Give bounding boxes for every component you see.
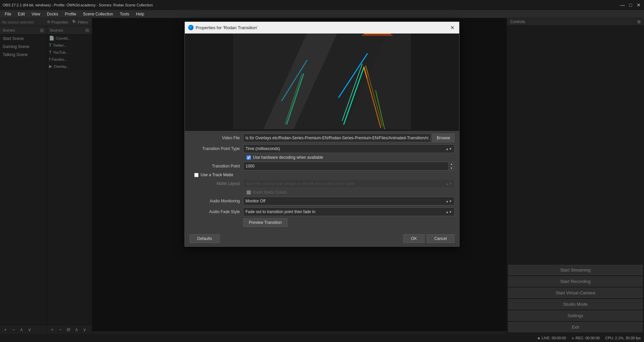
spinner-up-button[interactable]: ▲ [449, 162, 454, 166]
video-canvas [233, 34, 411, 129]
transition-point-label: Transition Point [190, 164, 243, 168]
preview-transition-row: Preview Transition [190, 218, 454, 227]
modal-close-button[interactable]: ✕ [448, 24, 456, 31]
footer-right-buttons: OK Cancel [403, 234, 454, 243]
menu-docks[interactable]: Docks [44, 11, 61, 17]
properties-modal: Properties for 'Rodan Transition' ✕ [184, 21, 460, 247]
invert-matte-label: Invert Matte Colors [253, 190, 287, 195]
menu-scene-collection[interactable]: Scene Collection [79, 11, 116, 17]
hw-decode-label: Use hardware decoding when available [253, 155, 323, 160]
audio-fade-style-label: Audio Fade Style [190, 209, 243, 214]
svg-marker-10 [344, 34, 411, 129]
form-area: Video File Browse Transition Point Type … [185, 131, 459, 232]
menu-bar: File Edit View Docks Profile Scene Colle… [0, 10, 644, 18]
track-matte-row: Use a Track Matte [190, 173, 454, 177]
spinner-buttons: ▲ ▼ [448, 162, 454, 170]
audio-fade-arrow: ▲▼ [445, 210, 452, 214]
cancel-button[interactable]: Cancel [427, 234, 454, 243]
transition-point-input[interactable] [243, 162, 448, 170]
modal-footer: Defaults OK Cancel [185, 232, 459, 246]
audio-monitoring-select[interactable]: Monitor Off ▲▼ [243, 197, 454, 205]
invert-matte-checkbox[interactable] [247, 190, 251, 195]
menu-file[interactable]: File [1, 11, 14, 17]
matte-layout-select[interactable]: Same file, side-by-side (stinger on the … [243, 179, 454, 188]
audio-monitoring-row: Audio Monitoring Monitor Off ▲▼ [190, 197, 454, 205]
video-preview-area [185, 34, 459, 131]
title-bar-controls: — □ ✕ [620, 2, 641, 8]
audio-monitoring-label: Audio Monitoring [190, 199, 243, 203]
video-file-row: Video File Browse [190, 134, 454, 142]
live-indicator: ● [537, 335, 540, 341]
transition-point-type-select[interactable]: Time (milliseconds) ▲▼ [243, 144, 454, 153]
status-cpu: CPU: 2.1%, 30.00 fps [605, 336, 641, 340]
rec-indicator: ● [572, 335, 574, 341]
menu-profile[interactable]: Profile [61, 11, 79, 17]
matte-select-arrow: ▲▼ [445, 182, 452, 186]
video-file-label: Video File [190, 136, 243, 140]
transition-point-row: Transition Point ▲ ▼ [190, 162, 454, 170]
svg-marker-9 [263, 34, 337, 129]
obs-logo-icon [188, 25, 194, 30]
stinger-visualization [233, 34, 411, 129]
select-arrow-icon: ▲▼ [445, 147, 452, 151]
spinner-down-button[interactable]: ▼ [449, 166, 454, 170]
modal-titlebar: Properties for 'Rodan Transition' ✕ [185, 22, 459, 34]
close-window-button[interactable]: ✕ [636, 2, 641, 8]
title-bar: OBS 27.2.1 (64-bit, windows) - Profile: … [0, 0, 644, 10]
transition-point-type-label: Transition Point Type [190, 146, 243, 151]
track-matte-checkbox[interactable] [194, 173, 199, 177]
modal-title-text: Properties for 'Rodan Transition' [196, 25, 258, 30]
hw-decode-row: Use hardware decoding when available [190, 155, 454, 160]
modal-title-group: Properties for 'Rodan Transition' [188, 25, 258, 30]
defaults-button[interactable]: Defaults [190, 234, 220, 243]
audio-fade-style-row: Audio Fade Style Fade out to transition … [190, 207, 454, 216]
video-file-input[interactable] [243, 134, 431, 142]
audio-fade-style-select[interactable]: Fade out to transition point then fade i… [243, 207, 454, 216]
menu-edit[interactable]: Edit [14, 11, 28, 17]
matte-layout-label: Matte Layout [190, 181, 243, 186]
matte-layout-row: Matte Layout Same file, side-by-side (st… [190, 179, 454, 188]
preview-transition-button[interactable]: Preview Transition [243, 218, 287, 227]
hw-decode-checkbox[interactable] [247, 155, 251, 160]
menu-tools[interactable]: Tools [116, 11, 132, 17]
maximize-button[interactable]: □ [628, 2, 633, 8]
browse-button[interactable]: Browse [432, 134, 454, 142]
title-bar-text: OBS 27.2.1 (64-bit, windows) - Profile: … [3, 3, 153, 7]
minimize-button[interactable]: — [620, 2, 625, 8]
audio-monitoring-arrow: ▲▼ [445, 199, 452, 203]
status-rec: ● REC: 00:00:00 [572, 335, 600, 341]
invert-matte-row: Invert Matte Colors [190, 190, 454, 195]
track-matte-label: Use a Track Matte [201, 173, 233, 177]
status-bar: ● LIVE: 00:00:00 ● REC: 00:00:00 CPU: 2.… [0, 334, 644, 342]
menu-view[interactable]: View [28, 11, 44, 17]
transition-point-type-row: Transition Point Type Time (milliseconds… [190, 144, 454, 153]
menu-help[interactable]: Help [132, 11, 148, 17]
transition-point-spinner: ▲ ▼ [243, 162, 454, 170]
ok-button[interactable]: OK [403, 234, 424, 243]
status-live: ● LIVE: 00:00:00 [537, 335, 566, 341]
modal-overlay: Properties for 'Rodan Transition' ✕ [0, 18, 644, 334]
